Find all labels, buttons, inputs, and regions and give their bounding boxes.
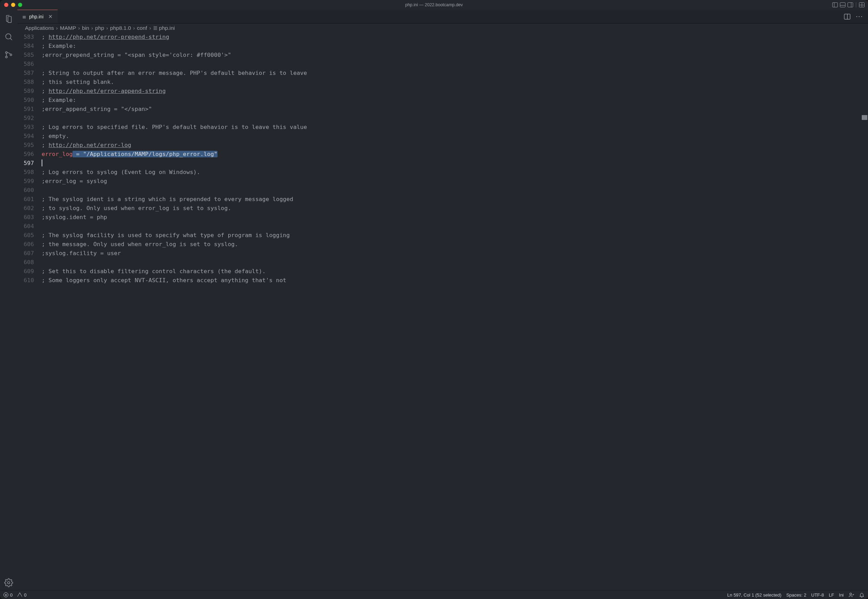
line-number[interactable]: 589	[17, 87, 42, 96]
line-number[interactable]: 607	[17, 249, 42, 258]
line-number[interactable]: 592	[17, 114, 42, 123]
code-line[interactable]: 583; http://php.net/error-prepend-string	[17, 33, 868, 42]
code-line[interactable]: 589; http://php.net/error-append-string	[17, 87, 868, 96]
code-content[interactable]: ;syslog.facility = user	[42, 249, 121, 258]
breadcrumb-item[interactable]: bin	[82, 25, 89, 31]
code-line[interactable]: 590; Example:	[17, 96, 868, 105]
line-number[interactable]: 590	[17, 96, 42, 105]
code-content[interactable]: ; http://php.net/error-log	[42, 141, 131, 150]
line-number[interactable]: 596	[17, 150, 42, 159]
code-line[interactable]: 609; Set this to disable filtering contr…	[17, 267, 868, 276]
code-content[interactable]: ; the message. Only used when error_log …	[42, 240, 238, 249]
code-line[interactable]: 591;error_append_string = "</span>"	[17, 105, 868, 114]
code-line[interactable]: 606; the message. Only used when error_l…	[17, 240, 868, 249]
code-content[interactable]: ; The syslog ident is a string which is …	[42, 195, 293, 204]
code-line[interactable]: 592	[17, 114, 868, 123]
breadcrumb-item[interactable]: Applications	[25, 25, 54, 31]
line-number[interactable]: 599	[17, 177, 42, 186]
breadcrumb-item[interactable]: php8.1.0	[110, 25, 131, 31]
code-content[interactable]: ; to syslog. Only used when error_log is…	[42, 204, 231, 213]
code-line[interactable]: 608	[17, 258, 868, 267]
status-errors[interactable]: 0	[3, 592, 12, 597]
status-language[interactable]: Ini	[839, 592, 844, 597]
explorer-icon[interactable]	[4, 14, 14, 24]
feedback-icon[interactable]	[848, 592, 854, 597]
code-content[interactable]: ;syslog.ident = php	[42, 213, 107, 222]
line-number[interactable]: 593	[17, 123, 42, 132]
code-line[interactable]: 603;syslog.ident = php	[17, 213, 868, 222]
code-content[interactable]	[42, 159, 42, 168]
breadcrumb-item[interactable]: ≣php.ini	[153, 25, 175, 31]
line-number[interactable]: 597	[17, 159, 42, 168]
breadcrumb-item[interactable]: php	[95, 25, 104, 31]
code-content[interactable]: ; The syslog facility is used to specify…	[42, 231, 290, 240]
line-number[interactable]: 594	[17, 132, 42, 141]
code-line[interactable]: 598; Log errors to syslog (Event Log on …	[17, 168, 868, 177]
code-line[interactable]: 596error_log = "/Applications/MAMP/logs/…	[17, 150, 868, 159]
search-icon[interactable]	[4, 32, 14, 42]
line-number[interactable]: 595	[17, 141, 42, 150]
code-line[interactable]: 594; empty.	[17, 132, 868, 141]
code-content[interactable]: ; Some loggers only accept NVT-ASCII, ot…	[42, 276, 286, 285]
line-number[interactable]: 585	[17, 51, 42, 60]
code-line[interactable]: 600	[17, 186, 868, 195]
line-number[interactable]: 606	[17, 240, 42, 249]
line-number[interactable]: 605	[17, 231, 42, 240]
code-line[interactable]: 586	[17, 60, 868, 69]
code-content[interactable]: ; http://php.net/error-prepend-string	[42, 33, 169, 42]
tab-php-ini[interactable]: ≣ php.ini ✕	[17, 10, 57, 23]
code-content[interactable]: ;error_log = syslog	[42, 177, 107, 186]
code-line[interactable]: 601; The syslog ident is a string which …	[17, 195, 868, 204]
line-number[interactable]: 586	[17, 60, 42, 69]
code-line[interactable]: 604	[17, 222, 868, 231]
line-number[interactable]: 608	[17, 258, 42, 267]
more-actions-icon[interactable]: ···	[856, 13, 863, 20]
line-number[interactable]: 584	[17, 42, 42, 51]
line-number[interactable]: 598	[17, 168, 42, 177]
code-content[interactable]: ; String to output after an error messag…	[42, 69, 307, 78]
status-encoding[interactable]: UTF-8	[811, 592, 824, 597]
breadcrumb-item[interactable]: conf	[137, 25, 147, 31]
split-editor-icon[interactable]	[844, 14, 850, 20]
bell-icon[interactable]	[859, 592, 865, 597]
status-cursor[interactable]: Ln 597, Col 1 (52 selected)	[727, 592, 781, 597]
code-content[interactable]: ;error_append_string = "</span>"	[42, 105, 152, 114]
code-content[interactable]: error_log = "/Applications/MAMP/logs/php…	[42, 150, 217, 159]
code-content[interactable]: ; Set this to disable filtering control …	[42, 267, 266, 276]
code-line[interactable]: 588; this setting blank.	[17, 78, 868, 87]
code-content[interactable]: ; Example:	[42, 96, 76, 105]
line-number[interactable]: 600	[17, 186, 42, 195]
breadcrumbs[interactable]: Applications›MAMP›bin›php›php8.1.0›conf›…	[17, 24, 868, 33]
line-number[interactable]: 602	[17, 204, 42, 213]
code-content[interactable]: ; Log errors to syslog (Event Log on Win…	[42, 168, 200, 177]
source-control-icon[interactable]	[4, 50, 14, 60]
code-line[interactable]: 584; Example:	[17, 42, 868, 51]
code-content[interactable]: ; empty.	[42, 132, 69, 141]
status-spaces[interactable]: Spaces: 2	[786, 592, 806, 597]
code-line[interactable]: 599;error_log = syslog	[17, 177, 868, 186]
code-line[interactable]: 593; Log errors to specified file. PHP's…	[17, 123, 868, 132]
code-line[interactable]: 602; to syslog. Only used when error_log…	[17, 204, 868, 213]
line-number[interactable]: 588	[17, 78, 42, 87]
breadcrumb-item[interactable]: MAMP	[60, 25, 76, 31]
line-number[interactable]: 604	[17, 222, 42, 231]
code-line[interactable]: 597	[17, 159, 868, 168]
code-line[interactable]: 610; Some loggers only accept NVT-ASCII,…	[17, 276, 868, 285]
line-number[interactable]: 601	[17, 195, 42, 204]
status-eol[interactable]: LF	[829, 592, 834, 597]
toggle-sidebar-icon[interactable]	[832, 2, 838, 7]
status-warnings[interactable]: 0	[17, 592, 26, 597]
code-line[interactable]: 607;syslog.facility = user	[17, 249, 868, 258]
toggle-secondary-sidebar-icon[interactable]	[848, 2, 853, 7]
line-number[interactable]: 610	[17, 276, 42, 285]
toggle-panel-icon[interactable]	[840, 2, 845, 7]
line-number[interactable]: 587	[17, 69, 42, 78]
settings-gear-icon[interactable]	[4, 578, 14, 588]
minimap-viewport[interactable]	[862, 115, 867, 120]
line-number[interactable]: 609	[17, 267, 42, 276]
line-number[interactable]: 583	[17, 33, 42, 42]
code-line[interactable]: 605; The syslog facility is used to spec…	[17, 231, 868, 240]
close-tab-icon[interactable]: ✕	[48, 14, 53, 20]
line-number[interactable]: 591	[17, 105, 42, 114]
line-number[interactable]: 603	[17, 213, 42, 222]
